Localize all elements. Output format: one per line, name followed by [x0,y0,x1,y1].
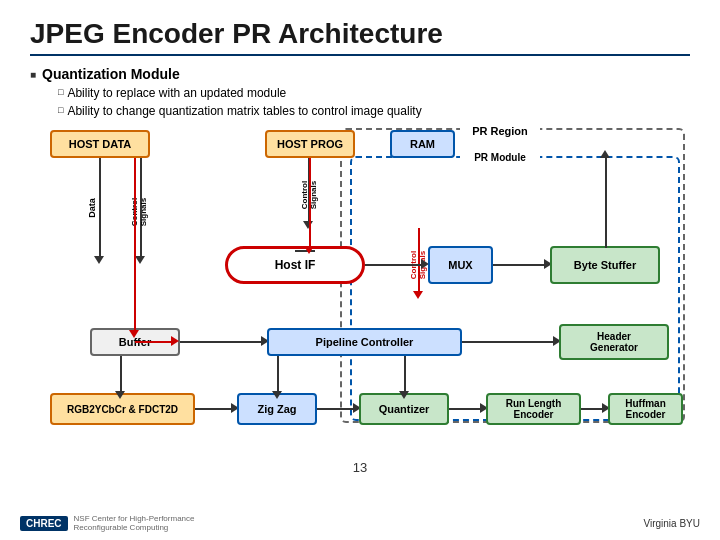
buffer-to-rgb-v [120,356,122,393]
run-length-box: Run Length Encoder [486,393,581,425]
data-arrow-line [99,158,101,258]
mux-to-bytestuffer-line [493,264,548,266]
ctrl-signals-1-label: ControlSignals [130,198,148,226]
ram-box: RAM [390,130,455,158]
ctrl-signals-1-head [135,256,145,264]
pipeline-to-zigzag-v [277,356,279,393]
zigzag-to-quantizer-line [317,408,357,410]
data-label: Data [87,198,97,218]
pr-module-label: PR Module [460,148,540,166]
pipeline-to-quantizer-v [404,356,406,393]
bytestuffer-up-line [605,158,607,248]
bullet-section: Quantization Module Ability to replace w… [30,66,690,120]
slide: JPEG Encoder PR Architecture Quantizatio… [0,0,720,540]
header-generator-box: Header Generator [559,324,669,360]
chrec-logo: CHREC [20,516,68,531]
slide-title: JPEG Encoder PR Architecture [30,18,690,56]
bullet-sub-1: Ability to replace with an updated modul… [58,84,690,102]
footer-right: Virginia BYU [643,518,700,529]
pipeline-to-zigzag-head [272,391,282,399]
pipeline-to-header-line [462,341,557,343]
buffer-to-pipeline-line [180,341,265,343]
hostprog-red-head [304,246,314,254]
byte-stuffer-box: Byte Stuffer [550,246,660,284]
rgb-to-zigzag-line [195,408,235,410]
quantizer-to-runlength-line [449,408,484,410]
pr-region-box: PR Region [460,120,540,142]
ctrl-signals-2-head [303,221,313,229]
ctrl-signals-3-head [413,291,423,299]
hostdata-horiz-buffer [135,341,175,343]
bytestuffer-up-head [600,150,610,158]
host-data-box: HOST DATA [50,130,150,158]
host-prog-box: HOST PROG [265,130,355,158]
data-arrow-head [94,256,104,264]
bullet-main: Quantization Module [30,66,690,82]
hostdata-to-buffer-line [134,158,136,333]
pipeline-to-quantizer-head [399,391,409,399]
pr-module-border [350,156,680,421]
huffman-box: Huffman Encoder [608,393,683,425]
hostdata-to-buffer-head [129,330,139,338]
hostprog-red-line [309,158,311,250]
architecture-diagram: PR Region PR Module HOST DATA HOST PROG … [30,128,690,458]
hostdata-buffer-head [171,336,179,346]
bullet-sub-2: Ability to change quantization matrix ta… [58,102,690,120]
footer: CHREC NSF Center for High-PerformanceRec… [0,514,720,532]
page-number: 13 [30,460,690,475]
hostif-to-mux-line [365,264,425,266]
mux-box: MUX [428,246,493,284]
pipeline-controller-box: Pipeline Controller [267,328,462,356]
footer-subtitle: NSF Center for High-PerformanceReconfigu… [74,514,195,532]
buffer-to-rgb-head [115,391,125,399]
